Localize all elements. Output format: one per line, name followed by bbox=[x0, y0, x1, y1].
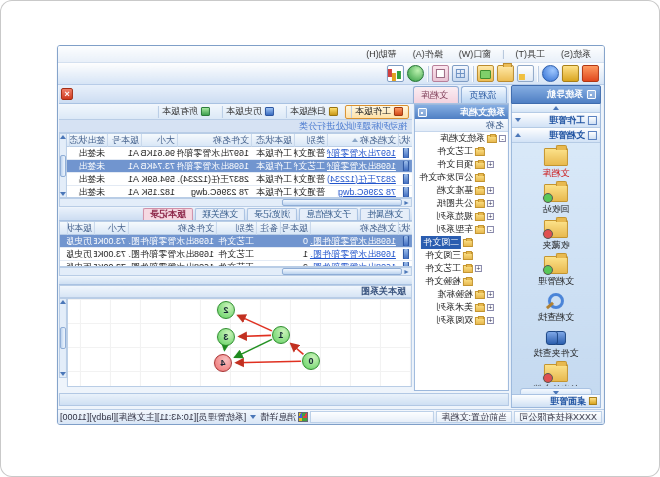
column-header[interactable]: 版本号 bbox=[107, 134, 141, 147]
pin-icon[interactable] bbox=[587, 90, 596, 99]
tree-item[interactable]: 工艺文件 bbox=[415, 145, 508, 158]
column-header[interactable]: 状态图 bbox=[398, 222, 412, 235]
menu-item[interactable]: 帮助(H) bbox=[359, 47, 404, 62]
scroll-up-icon[interactable] bbox=[60, 135, 66, 139]
tree-item[interactable]: + 美术系列 bbox=[415, 301, 508, 314]
scrollbar-thumb[interactable] bbox=[60, 327, 66, 349]
globe-icon[interactable] bbox=[407, 65, 424, 82]
document-row[interactable]: 2837王任(12234).dwg 普通文档 工作版本 2837王任(12234… bbox=[60, 173, 412, 186]
tab-browse-history[interactable]: 浏览记录 bbox=[247, 208, 297, 220]
filter-work-versions[interactable]: 工作版本 bbox=[345, 105, 409, 119]
tree-expander-icon[interactable]: + bbox=[487, 317, 494, 324]
tree-item[interactable]: - 车型系列 bbox=[415, 223, 508, 236]
scroll-left-icon[interactable]: ◄ bbox=[402, 268, 411, 275]
menu-item[interactable]: 工具(T) bbox=[509, 47, 553, 62]
group-by-panel[interactable]: 拖动列标题到此处进行分类 bbox=[59, 120, 412, 133]
view-card-icon[interactable] bbox=[432, 65, 449, 82]
column-header[interactable]: 类别 bbox=[216, 222, 256, 235]
toolbar-separator[interactable] bbox=[427, 66, 429, 82]
toolbar-separator[interactable] bbox=[537, 66, 539, 82]
sidebar-section-work[interactable]: 工作管理 bbox=[512, 113, 600, 128]
menu-item[interactable]: 操作(A) bbox=[406, 47, 450, 62]
stop-icon[interactable] bbox=[582, 65, 599, 82]
tree-expander-icon[interactable]: + bbox=[487, 200, 494, 207]
folder-open-icon[interactable] bbox=[477, 65, 494, 82]
chart-icon[interactable] bbox=[387, 65, 404, 82]
message-label[interactable]: 消息详情 bbox=[260, 411, 296, 424]
scroll-up-icon[interactable] bbox=[60, 300, 66, 304]
graph-vertical-scrollbar[interactable] bbox=[59, 298, 67, 378]
column-header[interactable]: 版本状态 bbox=[67, 222, 94, 235]
tree-expander-icon[interactable]: + bbox=[475, 265, 482, 272]
sidebar-item-folder-search[interactable]: 文件夹查找 bbox=[512, 327, 600, 361]
tree-expander-icon[interactable]: + bbox=[487, 291, 494, 298]
panel-splitter[interactable] bbox=[59, 277, 412, 285]
scroll-down-icon[interactable] bbox=[60, 192, 66, 196]
tree-item[interactable]: + 基准文档 bbox=[415, 184, 508, 197]
column-header[interactable]: 状态图 bbox=[398, 134, 412, 147]
document-name-link[interactable]: 1698出水管零部件图.dwg bbox=[310, 235, 398, 248]
sidebar-section-documents[interactable]: 文档管理 bbox=[512, 128, 600, 143]
lock-icon[interactable] bbox=[562, 65, 579, 82]
tree-item[interactable]: + 检验标准 bbox=[415, 288, 508, 301]
tree-column-header[interactable]: 名称 bbox=[415, 119, 508, 132]
sidebar-item-recycle-bin[interactable]: 回收站 bbox=[512, 183, 600, 217]
close-tab-button[interactable]: × bbox=[61, 88, 73, 100]
tree-expander-icon[interactable]: + bbox=[487, 213, 494, 220]
document-name-link[interactable]: 1697出水管零部件图.dwg bbox=[327, 147, 398, 160]
column-header[interactable]: 文档名称 bbox=[310, 222, 398, 235]
tree-expander-icon[interactable]: + bbox=[487, 304, 494, 311]
sidebar-bottom-bar[interactable]: 桌面管理 bbox=[512, 394, 600, 407]
view-grid-icon[interactable] bbox=[452, 65, 469, 82]
column-header[interactable]: 文件名称 bbox=[128, 222, 216, 235]
column-header[interactable]: 类别 bbox=[294, 134, 327, 147]
tab-document-links[interactable]: 文档关联 bbox=[195, 208, 245, 220]
sidebar-item-document-admin[interactable]: 文档管理 bbox=[512, 255, 600, 289]
document-row[interactable]: 1698出水管零部件图.dwg 工艺文件 工作版本 1698出水管零部件图.dw… bbox=[60, 160, 412, 173]
filter-archived-versions[interactable]: 归档版本 bbox=[281, 105, 343, 119]
tree-expander-icon[interactable]: + bbox=[487, 187, 494, 194]
scrollbar-thumb[interactable] bbox=[282, 268, 402, 275]
sidebar-collapse-strip[interactable] bbox=[512, 104, 600, 113]
tree-item[interactable]: + 工艺文件 bbox=[415, 262, 508, 275]
version-node-0[interactable]: 0 bbox=[302, 352, 320, 370]
tree-item[interactable]: - 系统文档库 bbox=[415, 132, 508, 145]
tab-document-library[interactable]: 文档库 bbox=[413, 86, 459, 103]
tab-document-properties[interactable]: 文档属性 bbox=[360, 208, 410, 220]
tree-expander-icon[interactable]: - bbox=[499, 135, 506, 142]
column-header[interactable]: 备注 bbox=[256, 222, 280, 235]
column-header[interactable]: 文件名称 bbox=[177, 134, 251, 147]
filter-history-versions[interactable]: 历史版本 bbox=[217, 105, 279, 119]
menu-item[interactable]: | bbox=[500, 48, 506, 60]
folder-yellow-icon[interactable] bbox=[497, 65, 514, 82]
column-header[interactable]: 大小 bbox=[141, 134, 177, 147]
sidebar-item-favorites[interactable]: 收藏夹 bbox=[512, 219, 600, 253]
tree-item[interactable]: 三阅文件 bbox=[415, 249, 508, 262]
column-header[interactable]: 版本号 bbox=[280, 222, 310, 235]
document-row[interactable]: 1697出水管零部件图.dwg 普通文档 工作版本 1697出水管零部件图.dw… bbox=[60, 147, 412, 160]
dropdown-arrow-icon[interactable] bbox=[250, 415, 256, 419]
tree-item[interactable]: 检验文件 bbox=[415, 275, 508, 288]
scrollbar-thumb[interactable] bbox=[282, 199, 402, 206]
scrollbar-thumb[interactable] bbox=[60, 155, 66, 177]
column-header[interactable]: 大小 bbox=[94, 222, 128, 235]
tab-version-records[interactable]: 版本记录 bbox=[143, 208, 193, 220]
version-row[interactable]: 1698出水管零部件图.dwg 0 工艺文件 1698出水管零部件图.dwg 7… bbox=[60, 235, 412, 248]
toolbar-separator[interactable] bbox=[472, 66, 474, 82]
scroll-left-icon[interactable]: ◄ bbox=[402, 199, 411, 206]
tab-subdocument-info[interactable]: 子文档信息 bbox=[299, 208, 358, 220]
tree-item[interactable]: + 公共图纸 bbox=[415, 197, 508, 210]
horizontal-scrollbar[interactable]: ◄ bbox=[59, 198, 412, 207]
sidebar-item-checked-out-docs[interactable]: 签出的文档 bbox=[512, 363, 600, 386]
version-node-4[interactable]: 4 bbox=[214, 354, 232, 372]
menu-item[interactable]: 系统(S) bbox=[554, 47, 598, 62]
tree-item[interactable]: 二阅文件 bbox=[415, 236, 508, 249]
menu-item[interactable]: 窗口(W) bbox=[452, 47, 499, 62]
version-node-2[interactable]: 2 bbox=[217, 301, 235, 319]
tree-item[interactable]: + 双阅系列 bbox=[415, 314, 508, 327]
tree-item[interactable]: + 项目文件 bbox=[415, 158, 508, 171]
document-name-link[interactable]: 78 2396C.dwg bbox=[327, 187, 398, 197]
tab-workflow-page[interactable]: 流程页 bbox=[461, 86, 507, 103]
tree-expander-icon[interactable]: + bbox=[487, 161, 494, 168]
version-graph-canvas[interactable]: ◄ 01234 bbox=[67, 298, 412, 387]
